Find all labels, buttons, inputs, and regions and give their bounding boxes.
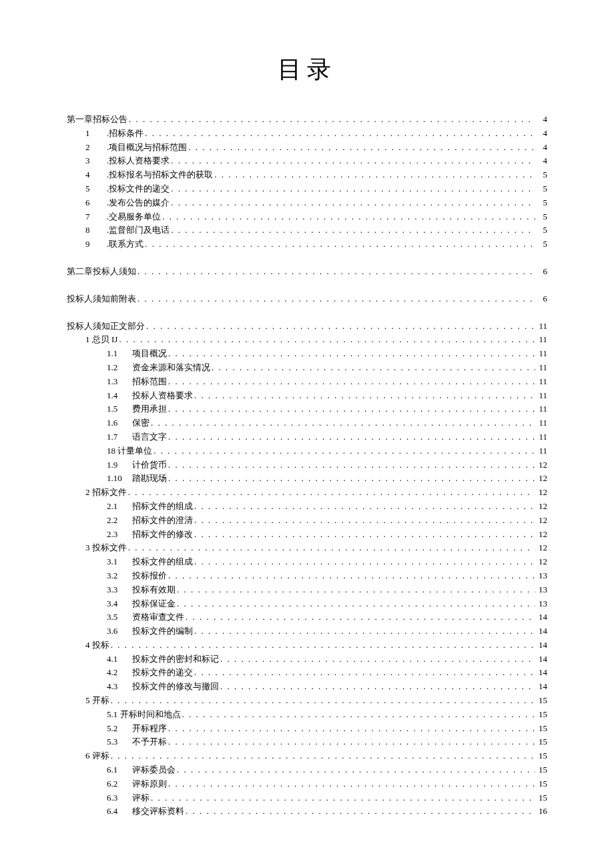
toc-leader-dots [145,127,535,141]
toc-entry-number: 6.1 [107,763,132,777]
toc-entry-label: 移交评标资料 [132,805,184,819]
toc-entry-page: 15 [537,708,547,722]
toc-entry-number: 1.6 [107,416,132,430]
toc-entry-label: 投标人资格要求 [132,389,193,403]
toc-entry-page: 6 [537,265,547,279]
toc-entry-page: 11 [537,320,547,334]
toc-leader-dots [168,402,535,416]
toc-entry-number: 9 [85,238,107,252]
toc-entry-page: 5 [537,196,547,210]
toc-entry-label: 费用承担 [132,402,167,416]
toc-leader-dots [186,610,535,624]
toc-entry-number: 1.4 [107,389,132,403]
toc-entry-label: 评标原则 [132,777,167,791]
toc-entry-label: 投标文件的修改与撤回 [132,680,219,694]
toc-entry: 1.3招标范围11 [67,375,547,389]
toc-entry-page: 5 [537,224,547,238]
toc-entry-label: 18 计量单位 [107,444,152,458]
toc-entry-label: 5.1 开标时间和地点 [107,708,181,722]
toc-entry: 8.监督部门及电话5 [67,224,547,238]
toc-entry-page: 5 [537,210,547,224]
toc-entry-page: 12 [537,541,547,555]
toc-entry-number: 1.3 [107,375,132,389]
toc-entry-number: 4.1 [107,653,132,667]
toc-leader-dots [151,416,535,430]
toc-entry-number: 1.5 [107,402,132,416]
toc-entry-number: 3.6 [107,624,132,638]
toc-entry-label: .项目概况与招标范围 [107,141,187,155]
toc-entry-number: 6 [85,196,107,210]
toc-entry-number: 4.3 [107,680,132,694]
toc-entry-page: 11 [537,333,547,347]
toc-entry-number: 7 [85,210,107,224]
toc-entry-number: 5.2 [107,722,132,736]
toc-entry-number: 6.3 [107,791,132,805]
toc-entry-page: 15 [537,722,547,736]
toc-entry-number: 3.1 [107,555,132,569]
toc-entry-page: 11 [537,347,547,361]
toc-entry-label: 评标 [132,791,149,805]
toc-entry-page: 11 [537,444,547,458]
toc-leader-dots [168,347,535,361]
toc-entry: 2 招标文件12 [67,486,547,500]
toc-entry-label: .投标人资格要求 [107,154,170,168]
toc-entry-page: 14 [537,610,547,624]
toc-leader-dots [194,666,535,680]
toc-leader-dots [168,569,535,583]
toc-leader-dots [177,597,535,611]
toc-leader-dots [186,805,535,819]
toc-entry: 1.2资金来源和落实情况11 [67,361,547,375]
toc-entry: 3.5资格审查文件14 [67,610,547,624]
toc-entry-label: 5 开标 [85,694,109,708]
toc-entry-number: 4 [85,168,107,182]
toc-entry: 4.3投标文件的修改与撤回14 [67,680,547,694]
toc-entry: 18 计量单位11 [67,444,547,458]
toc-entry-number: 1.7 [107,430,132,444]
toc-entry-label: 踏勘现场 [132,472,167,486]
toc-entry-label: 投标文件的密封和标记 [132,653,219,667]
toc-entry-label: 招标范围 [132,375,167,389]
toc-entry: 1.7语言文字11 [67,430,547,444]
toc-entry-label: 投标报价 [132,569,167,583]
toc-entry-label: 招标文件的澄清 [132,514,193,528]
toc-entry-page: 11 [537,402,547,416]
toc-entry-number: 4.2 [107,666,132,680]
toc-entry: 1.5费用承担11 [67,402,547,416]
toc-entry-label: .招标条件 [107,127,143,141]
toc-entry-label: 资金来源和落实情况 [132,361,210,375]
toc-leader-dots [182,708,536,722]
toc-entry-number: 2.2 [107,514,132,528]
toc-entry-label: .发布公告的媒介 [107,196,170,210]
toc-entry: 2.3招标文件的修改12 [67,528,547,542]
toc-entry-number: 8 [85,224,107,238]
toc-leader-dots [214,168,535,182]
toc-leader-dots [171,154,535,168]
toc-entry: 4.投标报名与招标文件的获取5 [67,168,547,182]
toc-leader-dots [212,361,535,375]
toc-leader-dots [220,653,535,667]
toc-entry-label: 3 投标文件 [85,541,127,555]
toc-entry: 第一章招标公告4 [67,113,547,127]
toc-entry: 5.2开标程序15 [67,722,547,736]
toc-entry-number: 1.1 [107,347,132,361]
toc-leader-dots [168,735,535,749]
toc-entry: 6.1评标委员会15 [67,763,547,777]
toc-entry-number: 5 [85,182,107,196]
toc-entry-page: 14 [537,638,547,653]
toc-entry-label: .联系方式 [107,238,143,252]
toc-entry-page: 12 [537,472,547,486]
toc-entry-page: 15 [537,749,547,763]
toc-entry-number: 2 [85,141,107,155]
toc-leader-dots [137,292,535,306]
toc-entry-page: 14 [537,624,547,638]
toc-leader-dots [151,791,535,805]
toc-entry-label: 计价货币 [132,458,167,472]
toc-entry: 3.6投标文件的编制14 [67,624,547,638]
toc-entry: 1.4投标人资格要求11 [67,389,547,403]
toc-entry: 4.1投标文件的密封和标记14 [67,653,547,667]
toc-entry-page: 11 [537,416,547,430]
toc-entry-label: 投标有效期 [132,583,176,597]
toc-entry: 投标人须知前附表6 [67,292,547,306]
toc-title: 目录 [67,53,547,86]
toc-entry-label: 第二章投标人须知 [67,265,136,279]
